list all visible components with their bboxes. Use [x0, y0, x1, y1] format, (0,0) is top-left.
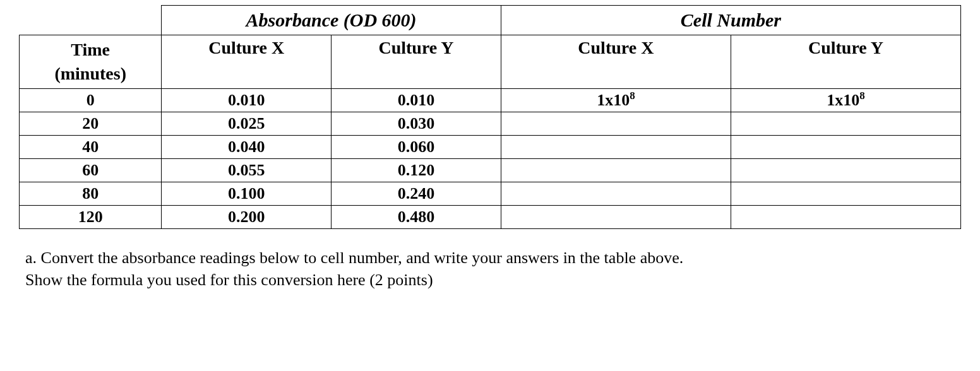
table-row: 80 0.100 0.240	[20, 182, 961, 205]
cell-num-y	[731, 182, 960, 205]
cell-time: 0	[20, 88, 162, 112]
cell-time: 60	[20, 158, 162, 182]
cell-abs-y: 0.480	[332, 205, 501, 228]
cell-num-y	[731, 205, 960, 228]
data-table: Absorbance (OD 600) Cell Number Time (mi…	[19, 5, 961, 229]
table-row: 60 0.055 0.120	[20, 158, 961, 182]
cell-num-x: 1x108	[501, 88, 731, 112]
cell-abs-x: 0.025	[162, 112, 332, 135]
col-header-cell-y: Culture Y	[731, 35, 960, 89]
cell-abs-y: 0.060	[332, 135, 501, 158]
cell-num-y	[731, 135, 960, 158]
question-line1: a. Convert the absorbance readings below…	[25, 249, 683, 267]
cell-abs-y: 0.120	[332, 158, 501, 182]
cell-num-y	[731, 158, 960, 182]
table-row: 120 0.200 0.480	[20, 205, 961, 228]
cell-abs-x: 0.100	[162, 182, 332, 205]
cell-abs-x: 0.040	[162, 135, 332, 158]
col-header-time: Time (minutes)	[20, 35, 162, 89]
group-header-cell-number: Cell Number	[501, 6, 960, 35]
empty-corner-cell	[20, 6, 162, 35]
cell-time: 40	[20, 135, 162, 158]
group-header-row: Absorbance (OD 600) Cell Number	[20, 6, 961, 35]
cell-num-y: 1x108	[731, 88, 960, 112]
col-header-abs-x: Culture X	[162, 35, 332, 89]
col-header-abs-y: Culture Y	[332, 35, 501, 89]
cell-abs-x: 0.200	[162, 205, 332, 228]
column-header-row: Time (minutes) Culture X Culture Y Cultu…	[20, 35, 961, 89]
col-header-time-line1: Time	[71, 40, 110, 59]
cell-num-x	[501, 135, 731, 158]
question-line2: Show the formula you used for this conve…	[25, 271, 433, 289]
cell-num-x	[501, 182, 731, 205]
cell-abs-y: 0.030	[332, 112, 501, 135]
table-row: 0 0.010 0.010 1x108 1x108	[20, 88, 961, 112]
col-header-cell-x: Culture X	[501, 35, 731, 89]
cell-abs-x: 0.055	[162, 158, 332, 182]
cell-time: 120	[20, 205, 162, 228]
group-header-absorbance: Absorbance (OD 600)	[162, 6, 501, 35]
cell-abs-y: 0.240	[332, 182, 501, 205]
cell-abs-x: 0.010	[162, 88, 332, 112]
cell-num-x	[501, 158, 731, 182]
question-text: a. Convert the absorbance readings below…	[19, 247, 961, 291]
cell-num-x	[501, 205, 731, 228]
cell-num-y	[731, 112, 960, 135]
cell-num-x	[501, 112, 731, 135]
table-row: 40 0.040 0.060	[20, 135, 961, 158]
table-body: 0 0.010 0.010 1x108 1x108 20 0.025 0.030…	[20, 88, 961, 228]
table-row: 20 0.025 0.030	[20, 112, 961, 135]
cell-time: 80	[20, 182, 162, 205]
col-header-time-line2: (minutes)	[54, 64, 126, 83]
cell-abs-y: 0.010	[332, 88, 501, 112]
cell-time: 20	[20, 112, 162, 135]
